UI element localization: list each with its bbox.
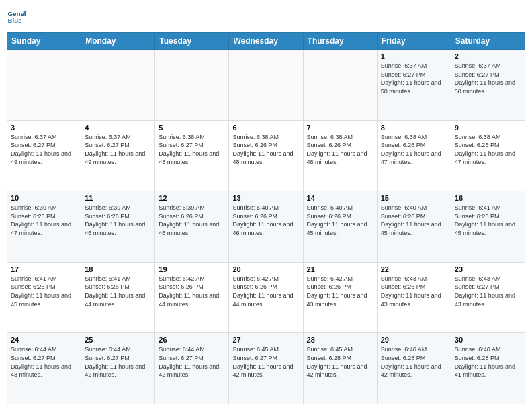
calendar-cell: 29Sunrise: 6:46 AM Sunset: 6:28 PM Dayli… (377, 333, 451, 404)
day-info: Sunrise: 6:38 AM Sunset: 6:26 PM Dayligh… (232, 133, 299, 167)
day-info: Sunrise: 6:44 AM Sunset: 6:27 PM Dayligh… (85, 345, 151, 379)
day-info: Sunrise: 6:40 AM Sunset: 6:26 PM Dayligh… (381, 203, 447, 237)
calendar-cell: 16Sunrise: 6:41 AM Sunset: 6:26 PM Dayli… (451, 191, 525, 263)
day-info: Sunrise: 6:43 AM Sunset: 6:27 PM Dayligh… (455, 275, 521, 308)
calendar-cell: 15Sunrise: 6:40 AM Sunset: 6:26 PM Dayli… (377, 191, 451, 263)
day-number: 16 (455, 194, 521, 202)
day-info: Sunrise: 6:42 AM Sunset: 6:26 PM Dayligh… (232, 275, 299, 308)
day-number: 15 (381, 194, 447, 202)
calendar-cell (81, 50, 155, 121)
day-number: 17 (11, 265, 77, 273)
weekday-header-saturday: Saturday (451, 33, 525, 50)
calendar-cell: 13Sunrise: 6:40 AM Sunset: 6:26 PM Dayli… (229, 191, 303, 263)
day-number: 20 (232, 265, 299, 273)
calendar-cell: 5Sunrise: 6:38 AM Sunset: 6:27 PM Daylig… (155, 120, 229, 191)
header: General Blue (7, 7, 525, 27)
day-number: 22 (381, 265, 447, 273)
day-info: Sunrise: 6:38 AM Sunset: 6:27 PM Dayligh… (159, 133, 225, 167)
day-info: Sunrise: 6:42 AM Sunset: 6:26 PM Dayligh… (307, 275, 373, 308)
calendar-cell: 18Sunrise: 6:41 AM Sunset: 6:26 PM Dayli… (81, 262, 155, 333)
calendar-week-row: 24Sunrise: 6:44 AM Sunset: 6:27 PM Dayli… (7, 333, 525, 404)
weekday-header-friday: Friday (377, 33, 451, 50)
weekday-header-monday: Monday (81, 33, 155, 50)
day-number: 29 (381, 336, 447, 344)
day-number: 24 (11, 336, 77, 344)
weekday-header-thursday: Thursday (303, 33, 377, 50)
calendar-table: SundayMondayTuesdayWednesdayThursdayFrid… (7, 32, 525, 404)
calendar-cell: 3Sunrise: 6:37 AM Sunset: 6:27 PM Daylig… (7, 120, 81, 191)
calendar-cell: 9Sunrise: 6:38 AM Sunset: 6:26 PM Daylig… (451, 120, 525, 191)
day-number: 28 (307, 336, 373, 344)
calendar-week-row: 10Sunrise: 6:39 AM Sunset: 6:26 PM Dayli… (7, 191, 525, 263)
calendar-week-row: 1Sunrise: 6:37 AM Sunset: 6:27 PM Daylig… (7, 50, 525, 121)
day-number: 10 (11, 194, 77, 202)
day-number: 18 (85, 265, 151, 273)
day-info: Sunrise: 6:46 AM Sunset: 6:28 PM Dayligh… (455, 345, 521, 379)
day-number: 8 (381, 124, 447, 132)
calendar-cell: 10Sunrise: 6:39 AM Sunset: 6:26 PM Dayli… (7, 191, 81, 263)
day-number: 1 (381, 52, 447, 60)
day-info: Sunrise: 6:37 AM Sunset: 6:27 PM Dayligh… (455, 62, 521, 95)
calendar-cell (229, 50, 303, 121)
page: General Blue SundayMondayTuesdayWednesda… (0, 0, 532, 411)
day-info: Sunrise: 6:45 AM Sunset: 6:28 PM Dayligh… (307, 345, 373, 379)
day-number: 12 (159, 194, 225, 202)
calendar-cell: 26Sunrise: 6:44 AM Sunset: 6:27 PM Dayli… (155, 333, 229, 404)
calendar-cell: 8Sunrise: 6:38 AM Sunset: 6:26 PM Daylig… (377, 120, 451, 191)
calendar-cell (7, 50, 81, 121)
day-info: Sunrise: 6:38 AM Sunset: 6:26 PM Dayligh… (455, 133, 521, 167)
day-number: 13 (232, 194, 299, 202)
day-number: 30 (455, 336, 521, 344)
day-info: Sunrise: 6:41 AM Sunset: 6:26 PM Dayligh… (455, 203, 521, 237)
day-info: Sunrise: 6:39 AM Sunset: 6:26 PM Dayligh… (11, 203, 77, 237)
calendar-cell: 30Sunrise: 6:46 AM Sunset: 6:28 PM Dayli… (451, 333, 525, 404)
calendar-cell: 14Sunrise: 6:40 AM Sunset: 6:26 PM Dayli… (303, 191, 377, 263)
calendar-cell: 23Sunrise: 6:43 AM Sunset: 6:27 PM Dayli… (451, 262, 525, 333)
day-info: Sunrise: 6:46 AM Sunset: 6:28 PM Dayligh… (381, 345, 447, 379)
day-info: Sunrise: 6:44 AM Sunset: 6:27 PM Dayligh… (11, 345, 77, 379)
calendar-week-row: 17Sunrise: 6:41 AM Sunset: 6:26 PM Dayli… (7, 262, 525, 333)
day-info: Sunrise: 6:42 AM Sunset: 6:26 PM Dayligh… (159, 275, 225, 308)
day-info: Sunrise: 6:39 AM Sunset: 6:26 PM Dayligh… (159, 203, 225, 237)
day-number: 2 (455, 52, 521, 60)
day-number: 7 (307, 124, 373, 132)
calendar-cell (303, 50, 377, 121)
calendar-cell: 4Sunrise: 6:37 AM Sunset: 6:27 PM Daylig… (81, 120, 155, 191)
day-info: Sunrise: 6:37 AM Sunset: 6:27 PM Dayligh… (381, 62, 447, 95)
calendar-cell: 19Sunrise: 6:42 AM Sunset: 6:26 PM Dayli… (155, 262, 229, 333)
day-info: Sunrise: 6:41 AM Sunset: 6:26 PM Dayligh… (11, 275, 77, 308)
day-info: Sunrise: 6:41 AM Sunset: 6:26 PM Dayligh… (85, 275, 151, 308)
calendar-cell: 24Sunrise: 6:44 AM Sunset: 6:27 PM Dayli… (7, 333, 81, 404)
day-number: 26 (159, 336, 225, 344)
calendar-cell (155, 50, 229, 121)
day-info: Sunrise: 6:37 AM Sunset: 6:27 PM Dayligh… (85, 133, 151, 167)
day-info: Sunrise: 6:37 AM Sunset: 6:27 PM Dayligh… (11, 133, 77, 167)
calendar-cell: 12Sunrise: 6:39 AM Sunset: 6:26 PM Dayli… (155, 191, 229, 263)
day-info: Sunrise: 6:38 AM Sunset: 6:26 PM Dayligh… (381, 133, 447, 167)
day-number: 9 (455, 124, 521, 132)
calendar-cell: 2Sunrise: 6:37 AM Sunset: 6:27 PM Daylig… (451, 50, 525, 121)
calendar-cell: 11Sunrise: 6:39 AM Sunset: 6:26 PM Dayli… (81, 191, 155, 263)
day-info: Sunrise: 6:39 AM Sunset: 6:26 PM Dayligh… (85, 203, 151, 237)
day-info: Sunrise: 6:40 AM Sunset: 6:26 PM Dayligh… (307, 203, 373, 237)
logo: General Blue (7, 7, 27, 27)
day-number: 4 (85, 124, 151, 132)
day-info: Sunrise: 6:38 AM Sunset: 6:26 PM Dayligh… (307, 133, 373, 167)
weekday-header-tuesday: Tuesday (155, 33, 229, 50)
day-info: Sunrise: 6:44 AM Sunset: 6:27 PM Dayligh… (159, 345, 225, 379)
calendar-week-row: 3Sunrise: 6:37 AM Sunset: 6:27 PM Daylig… (7, 120, 525, 191)
weekday-header-wednesday: Wednesday (229, 33, 303, 50)
calendar-cell: 25Sunrise: 6:44 AM Sunset: 6:27 PM Dayli… (81, 333, 155, 404)
calendar-cell: 6Sunrise: 6:38 AM Sunset: 6:26 PM Daylig… (229, 120, 303, 191)
calendar-cell: 21Sunrise: 6:42 AM Sunset: 6:26 PM Dayli… (303, 262, 377, 333)
day-number: 21 (307, 265, 373, 273)
day-number: 14 (307, 194, 373, 202)
weekday-header-sunday: Sunday (7, 33, 81, 50)
calendar-cell: 7Sunrise: 6:38 AM Sunset: 6:26 PM Daylig… (303, 120, 377, 191)
day-info: Sunrise: 6:43 AM Sunset: 6:26 PM Dayligh… (381, 275, 447, 308)
day-number: 23 (455, 265, 521, 273)
day-number: 5 (159, 124, 225, 132)
logo-icon: General Blue (7, 7, 27, 27)
calendar-cell: 20Sunrise: 6:42 AM Sunset: 6:26 PM Dayli… (229, 262, 303, 333)
day-info: Sunrise: 6:45 AM Sunset: 6:27 PM Dayligh… (232, 345, 299, 379)
